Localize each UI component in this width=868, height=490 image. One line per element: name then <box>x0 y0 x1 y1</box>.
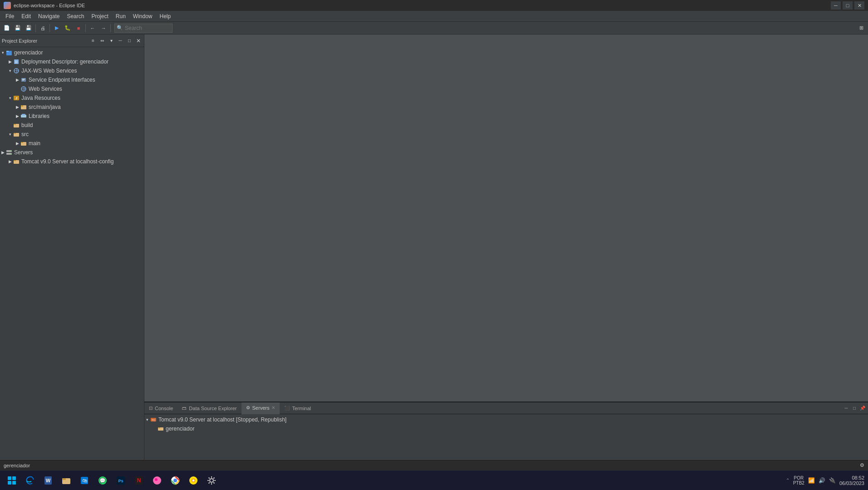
arrow-servers: ▶ <box>0 150 5 155</box>
tree-item-build[interactable]: ▶ build <box>0 121 144 130</box>
tree-item-libraries[interactable]: ▶ Libraries <box>0 112 144 121</box>
tree-item-jaxws[interactable]: ▾ JAX-WS Web Services <box>0 66 144 75</box>
servers-tab-label: Servers <box>252 405 270 411</box>
separator-1 <box>35 24 36 32</box>
tab-servers[interactable]: ⚙ Servers ✕ <box>242 402 280 414</box>
tab-console[interactable]: ⊡ Console <box>144 402 178 414</box>
server-item-tomcat[interactable]: ▾ TC Tomcat v9.0 Server at localhost [St… <box>144 415 868 424</box>
taskbar-chrome[interactable] <box>167 472 183 489</box>
menu-run[interactable]: Run <box>112 12 129 20</box>
svg-point-49 <box>174 479 177 482</box>
minimize-panel-button[interactable]: ─ <box>117 37 124 44</box>
tree-item-gerenciador[interactable]: ▾ gerenciador <box>0 48 144 57</box>
bp-maximize-btn[interactable]: □ <box>851 405 858 412</box>
taskbar-explorer[interactable] <box>58 472 74 489</box>
volume-icon[interactable]: 🔊 <box>819 477 825 484</box>
save-all-button[interactable]: 💾 <box>24 23 34 33</box>
menu-navigate[interactable]: Navigate <box>35 12 63 20</box>
icon-build <box>13 122 20 129</box>
tree-item-java-resources[interactable]: ▾ J Java Resources <box>0 93 144 103</box>
tree-item-tomcat-config[interactable]: ▶ Tomcat v9.0 Server at localhost-config <box>0 157 144 166</box>
app-window: eclipse-workspace - Eclipse IDE ─ □ ✕ Fi… <box>0 0 868 490</box>
language-indicator[interactable]: POR PTB2 <box>793 475 804 485</box>
bp-minimize-btn[interactable]: ─ <box>843 405 850 412</box>
taskbar-settings[interactable] <box>203 472 220 489</box>
stop-button[interactable]: ■ <box>74 23 84 33</box>
print-button[interactable]: 🖨 <box>38 23 48 33</box>
tab-datasource[interactable]: 🗃 Data Source Explorer <box>178 402 241 414</box>
menu-file[interactable]: File <box>2 12 18 20</box>
run-button[interactable]: ▶ <box>52 23 62 33</box>
tray-expand[interactable]: ⌃ <box>786 478 789 483</box>
tree-item-servers[interactable]: ▶ Servers <box>0 148 144 157</box>
taskbar-whatsapp[interactable]: 💬 <box>94 472 111 489</box>
svg-text:D: D <box>15 60 17 64</box>
tree-item-main[interactable]: ▶ main <box>0 139 144 148</box>
collapse-all-button[interactable]: ≡ <box>89 37 97 44</box>
battery-icon[interactable]: 🔌 <box>829 477 836 484</box>
minimize-button[interactable]: ─ <box>831 1 841 10</box>
project-explorer-panel: Project Explorer ≡ ⇔ ▾ ─ □ ✕ ▾ <box>0 34 144 490</box>
taskbar-edge[interactable] <box>22 472 38 489</box>
server-item-gerenciador-app[interactable]: ▾ gerenciador <box>144 424 868 433</box>
taskbar-netflix[interactable]: N <box>131 472 147 489</box>
arrow-main: ▶ <box>15 141 20 146</box>
link-with-editor-button[interactable]: ⇔ <box>99 37 106 44</box>
windows-logo <box>8 476 16 485</box>
menu-help[interactable]: Help <box>156 12 175 20</box>
tree-item-src-main-java[interactable]: ▶ src/main/java <box>0 103 144 112</box>
save-button[interactable]: 💾 <box>13 23 23 33</box>
icon-jaxws <box>13 67 20 74</box>
status-right: ⚙ <box>860 462 864 468</box>
tree-item-sei[interactable]: ▶ Service Endpoint Interfaces <box>0 75 144 84</box>
view-menu-button[interactable]: ▾ <box>108 37 115 44</box>
system-clock[interactable]: 08:52 06/03/2023 <box>839 475 864 486</box>
maximize-button[interactable]: □ <box>843 1 853 10</box>
tree-item-webservices[interactable]: ▶ Web Services <box>0 84 144 93</box>
terminal-icon: ⬛ <box>284 406 290 411</box>
svg-line-58 <box>209 477 210 478</box>
close-button[interactable]: ✕ <box>854 1 864 10</box>
forward-button[interactable]: → <box>99 23 108 33</box>
taskbar-paint[interactable] <box>149 472 165 489</box>
tree-item-deployment[interactable]: ▶ D Deployment Descriptor: gerenciador <box>0 57 144 66</box>
search-icon: 🔍 <box>117 25 123 31</box>
start-button[interactable] <box>4 472 20 489</box>
new-button[interactable]: 📄 <box>2 23 12 33</box>
tree-item-src[interactable]: ▾ src <box>0 130 144 139</box>
icon-gerenciador-app <box>157 425 164 432</box>
icon-src-main-java <box>20 103 27 111</box>
svg-text:W: W <box>46 478 51 483</box>
taskbar-word[interactable]: W <box>40 472 56 489</box>
arrow-tomcat-config: ▶ <box>7 159 13 164</box>
menu-window[interactable]: Window <box>129 12 156 20</box>
console-label: Console <box>155 406 173 411</box>
close-panel-button[interactable]: ✕ <box>135 37 142 44</box>
menu-project[interactable]: Project <box>88 12 112 20</box>
arrow-jaxws: ▾ <box>7 68 13 74</box>
label-src: src <box>21 131 29 137</box>
lang-primary: POR <box>794 475 804 480</box>
debug-button[interactable]: 🐛 <box>63 23 73 33</box>
maximize-panel-button[interactable]: □ <box>126 37 133 44</box>
menu-search[interactable]: Search <box>63 12 88 20</box>
svg-point-53 <box>210 479 213 482</box>
svg-rect-14 <box>21 105 23 107</box>
servers-tab-close[interactable]: ✕ <box>271 405 275 410</box>
wifi-icon[interactable]: 📶 <box>808 477 815 484</box>
console-icon: ⊡ <box>149 406 153 411</box>
taskbar-store[interactable]: 🛍 <box>76 472 93 489</box>
back-button[interactable]: ← <box>88 23 98 33</box>
taskbar-photoshop[interactable]: Ps <box>113 472 129 489</box>
icon-libraries <box>20 113 27 120</box>
svg-rect-18 <box>14 124 16 125</box>
search-input[interactable] <box>125 25 170 31</box>
arrow-deployment: ▶ <box>7 59 13 64</box>
tab-terminal[interactable]: ⬛ Terminal <box>280 402 316 414</box>
label-java-resources: Java Resources <box>21 95 60 101</box>
menu-edit[interactable]: Edit <box>18 12 35 20</box>
label-tomcat-config: Tomcat v9.0 Server at localhost-config <box>21 158 113 165</box>
taskbar-chrome-secondary[interactable] <box>185 472 202 489</box>
perspective-button[interactable]: ⊞ <box>856 23 866 33</box>
bp-pin-btn[interactable]: 📌 <box>859 405 866 412</box>
